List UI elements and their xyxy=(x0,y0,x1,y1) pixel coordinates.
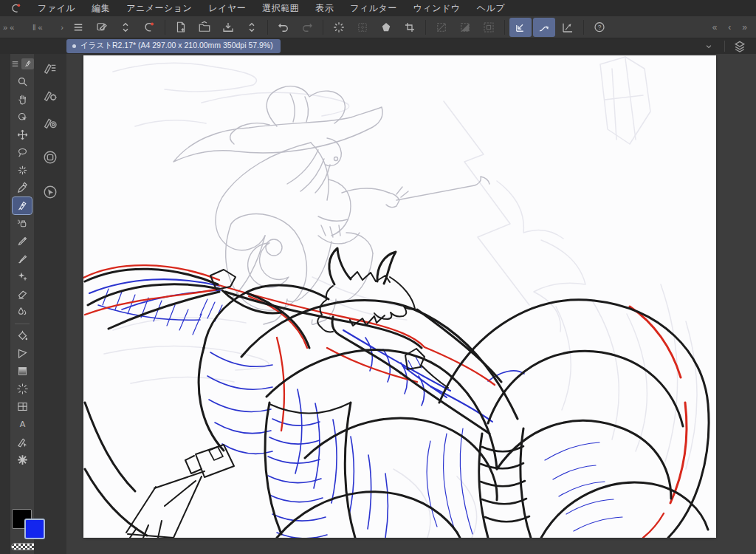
hand-tool-icon xyxy=(16,93,29,106)
menu-item-1[interactable]: 編集 xyxy=(83,2,118,15)
gradient-tool[interactable] xyxy=(13,363,32,380)
snap-to-grid-button[interactable] xyxy=(557,18,579,37)
toolbar-nav-chevron-1[interactable]: ‹ xyxy=(728,22,731,33)
clip-studio-logo-icon[interactable] xyxy=(7,1,24,15)
tool-property-palette-icon xyxy=(42,87,58,103)
toolbar-separator xyxy=(504,20,505,35)
snap-to-ruler-icon xyxy=(514,21,527,34)
blend-tool[interactable] xyxy=(13,304,32,321)
layers-icon[interactable] xyxy=(732,39,747,54)
reset-display-palette-icon xyxy=(42,184,58,200)
eyedropper-tool[interactable] xyxy=(13,179,32,196)
figure-tool[interactable] xyxy=(13,345,32,362)
main-menu-icon xyxy=(72,21,85,34)
snap-to-ruler-button[interactable] xyxy=(509,18,532,37)
save-options-icon xyxy=(245,21,258,34)
rotate-canvas-tool-icon xyxy=(16,111,29,123)
mesh-transform-button[interactable] xyxy=(351,18,374,37)
menu-item-2[interactable]: アニメーション xyxy=(118,2,200,15)
zoom-tool[interactable] xyxy=(13,73,32,90)
tool-list xyxy=(13,73,32,468)
text-tool[interactable] xyxy=(13,416,32,433)
selection-tool[interactable] xyxy=(13,144,32,161)
toolbar-nav-chevron-0[interactable]: « xyxy=(712,22,718,33)
document-tab[interactable]: イラストR2.17* (A4 297.00 x 210.00mm 350dpi … xyxy=(66,39,281,53)
collapse-left-icon[interactable]: « xyxy=(10,23,14,32)
document-tab-bar: イラストR2.17* (A4 297.00 x 210.00mm 350dpi … xyxy=(0,38,756,54)
pen-tool[interactable] xyxy=(13,197,32,214)
tabbar-divider xyxy=(724,41,725,52)
modified-dot-icon xyxy=(72,44,76,48)
save-file-icon xyxy=(221,21,235,34)
selection-border-button[interactable] xyxy=(478,18,500,37)
document-tab-title: イラストR2.17* (A4 297.00 x 210.00mm 350dpi … xyxy=(80,41,273,51)
dragon-forearm-sketch xyxy=(126,445,234,538)
move-layer-tool-icon xyxy=(16,129,29,141)
pattern-tool-icon xyxy=(16,454,29,466)
invert-selection-icon xyxy=(458,21,472,34)
rotate-canvas-tool[interactable] xyxy=(13,109,32,126)
save-options-button[interactable] xyxy=(241,18,263,37)
selection-tool-icon xyxy=(16,146,29,159)
toolbar-separator xyxy=(165,20,165,35)
menu-item-4[interactable]: 選択範囲 xyxy=(254,2,307,15)
redo-button[interactable] xyxy=(296,18,318,37)
dock-grip-icon[interactable]: ‖ xyxy=(32,23,36,32)
menu-item-5[interactable]: 表示 xyxy=(307,2,342,15)
saturated-lines-tool[interactable] xyxy=(13,380,32,397)
expand-tools-icon[interactable]: › xyxy=(61,23,63,32)
workspace-switch-button[interactable] xyxy=(114,18,137,37)
collapsed-palette-dock xyxy=(34,54,66,554)
fill-tool[interactable] xyxy=(13,327,32,344)
tool-property-palette[interactable] xyxy=(42,87,58,103)
toolbar-nav-chevron-2[interactable]: » xyxy=(742,22,747,33)
auto-select-tool[interactable] xyxy=(13,162,32,179)
move-layer-tool[interactable] xyxy=(13,126,32,143)
background-color-swatch[interactable] xyxy=(24,519,45,539)
pattern-tool[interactable] xyxy=(13,451,32,468)
menu-item-8[interactable]: ヘルプ xyxy=(469,2,513,15)
auto-select-tool-icon xyxy=(16,164,29,177)
hand-tool[interactable] xyxy=(13,91,32,108)
marker-tool[interactable] xyxy=(13,233,32,250)
deselect-button[interactable] xyxy=(430,18,453,37)
invert-selection-button[interactable] xyxy=(454,18,476,37)
edit-in-other-app-button[interactable] xyxy=(91,18,113,37)
open-file-button[interactable] xyxy=(193,18,216,37)
collapse-all-left-icon[interactable]: » xyxy=(3,23,7,32)
canvas-pasteboard[interactable] xyxy=(66,54,756,554)
eraser-tool[interactable] xyxy=(13,286,32,303)
refresh-display-button[interactable] xyxy=(328,18,350,37)
canvas[interactable] xyxy=(83,55,716,538)
brush-tool[interactable] xyxy=(13,250,32,267)
chevron-down-icon[interactable] xyxy=(704,41,714,52)
line-correction-tool[interactable] xyxy=(13,434,32,451)
undo-button[interactable] xyxy=(272,18,295,37)
navigator-palette[interactable] xyxy=(42,149,58,165)
menu-item-3[interactable]: レイヤー xyxy=(200,2,254,15)
main-menu-button[interactable] xyxy=(67,18,89,37)
menu-item-0[interactable]: ファイル xyxy=(30,2,83,15)
help-button[interactable] xyxy=(588,18,611,37)
collapse-tools-icon[interactable]: « xyxy=(38,23,43,32)
snap-to-special-ruler-button[interactable] xyxy=(533,18,555,37)
save-file-button[interactable] xyxy=(217,18,239,37)
crop-canvas-button[interactable] xyxy=(399,18,421,37)
close-and-fill-button[interactable] xyxy=(375,18,397,37)
open-clip-studio-icon xyxy=(142,21,156,34)
marker-tool-icon xyxy=(16,235,29,247)
current-tool-tile[interactable] xyxy=(21,58,34,69)
sub-tool-palette[interactable] xyxy=(42,60,58,76)
new-file-button[interactable] xyxy=(170,18,192,37)
airbrush-tool[interactable] xyxy=(13,215,32,232)
open-clip-studio-button[interactable] xyxy=(138,18,160,37)
palette-menu-icon[interactable] xyxy=(10,59,20,69)
reset-display-palette[interactable] xyxy=(42,184,58,200)
menu-item-7[interactable]: ウィンドウ xyxy=(405,2,469,15)
menu-item-6[interactable]: フィルター xyxy=(342,2,405,15)
clip-studio-paint-window: ファイル編集アニメーションレイヤー選択範囲表示フィルターウィンドウヘルプ » «… xyxy=(0,0,756,554)
new-file-icon xyxy=(174,21,188,34)
brush-size-palette[interactable] xyxy=(42,114,58,131)
decoration-tool[interactable] xyxy=(13,268,32,285)
frame-border-tool[interactable] xyxy=(13,398,32,415)
